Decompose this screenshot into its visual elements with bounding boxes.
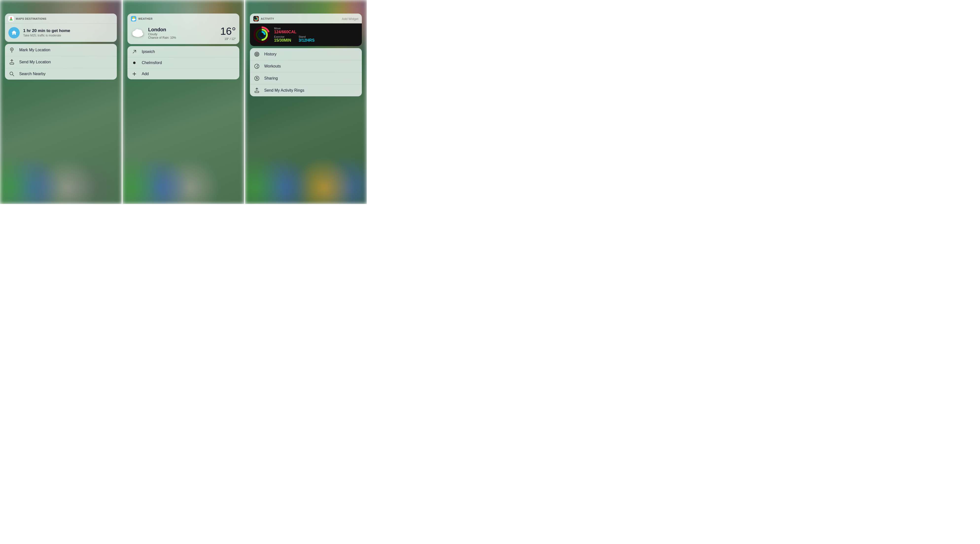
search-nearby-row[interactable]: Search Nearby (5, 68, 117, 79)
chelmsford-row[interactable]: Chelmsford (127, 57, 239, 68)
send-location-label: Send My Location (19, 60, 51, 64)
weather-locations-card: Ipswich Chelmsford (127, 46, 239, 79)
maps-dest-subtitle: Take M25; traffic is moderate (23, 34, 70, 37)
svg-point-36 (255, 52, 259, 56)
right-divider (244, 0, 245, 204)
dot-icon (131, 61, 137, 65)
svg-point-14 (133, 19, 135, 21)
maps-actions-card: Mark My Location Send My Location (5, 44, 117, 79)
svg-point-37 (256, 53, 258, 56)
runner-icon (254, 63, 260, 69)
send-location-row[interactable]: Send My Location (5, 56, 117, 68)
weather-city-name: London (148, 27, 176, 33)
weather-main-display: London Cloudy Chance of Rain: 10% 16° 19… (127, 24, 239, 44)
weather-temp-section: 16° 19° / 12° (220, 25, 236, 41)
svg-line-10 (13, 75, 14, 76)
weather-app-icon (131, 16, 136, 21)
workouts-label: Workouts (264, 64, 281, 68)
maps-destination-row: 1 hr 20 min to get home Take M25; traffi… (5, 24, 117, 42)
activity-actions-list: History (250, 48, 362, 96)
activity-header-title: ACTIVITY (261, 17, 274, 20)
svg-point-5 (11, 49, 12, 50)
mark-location-label: Mark My Location (19, 48, 50, 52)
svg-point-20 (133, 62, 135, 64)
weather-high-low: 19° / 12° (220, 37, 236, 41)
weather-temperature: 16° (220, 25, 236, 37)
move-stat-row: Move 124/660CAL (274, 27, 358, 34)
sharing-icon: S (254, 76, 260, 81)
svg-point-40 (257, 65, 258, 66)
weather-left-section: London Cloudy Chance of Rain: 10% (131, 27, 176, 40)
maps-app-icon (8, 16, 14, 21)
activity-numbers-section: Move 124/660CAL Exercise 15/30MIN Stand … (274, 27, 358, 43)
stand-stat: Stand 3/12HRS (299, 35, 315, 43)
activity-header-left: ACTIVITY (253, 16, 274, 21)
weather-widget-header: WEATHER (127, 14, 239, 24)
ipswich-row[interactable]: Ipswich (127, 46, 239, 57)
svg-point-38 (256, 54, 257, 55)
send-activity-icon (254, 88, 260, 93)
exercise-stand-row: Exercise 15/30MIN Stand 3/12HRS (274, 35, 358, 43)
maps-dest-text: 1 hr 20 min to get home Take M25; traffi… (23, 29, 70, 37)
home-icon-circle (8, 27, 20, 38)
activity-widget-card: ACTIVITY Add Widget (250, 14, 362, 46)
move-stat-value: 124/660CAL (274, 30, 358, 34)
activity-stats-panel: Move 124/660CAL Exercise 15/30MIN Stand … (250, 24, 362, 46)
add-widget-button[interactable]: Add Widget (342, 17, 358, 21)
maps-widget-header: MAPS DESTINATIONS (5, 14, 117, 24)
maps-header-title: MAPS DESTINATIONS (16, 17, 46, 20)
svg-line-19 (133, 50, 136, 53)
send-activity-label: Send My Activity Rings (264, 88, 304, 93)
add-location-row[interactable]: Add (127, 68, 239, 79)
weather-locations-list: Ipswich Chelmsford (127, 46, 239, 79)
activity-rings-chart (253, 26, 270, 43)
sharing-row[interactable]: S Sharing (250, 72, 362, 84)
ipswich-label: Ipswich (142, 49, 155, 54)
move-stat-label: Move (274, 27, 358, 30)
weather-rain-chance: Chance of Rain: 10% (148, 36, 176, 40)
weather-condition: Cloudy (148, 33, 176, 36)
stand-stat-value: 3/12HRS (299, 38, 315, 43)
maps-widget-card: MAPS DESTINATIONS 1 hr 20 min to get hom… (5, 14, 117, 42)
svg-point-3 (10, 17, 12, 19)
left-divider (122, 0, 123, 204)
history-label: History (264, 52, 277, 56)
exercise-stat-value: 15/30MIN (274, 38, 291, 43)
chelmsford-label: Chelmsford (142, 60, 162, 65)
weather-widget-card: WEATHER London (127, 14, 239, 44)
pin-icon (9, 47, 15, 53)
add-label: Add (142, 72, 149, 76)
activity-widget-header: ACTIVITY Add Widget (250, 14, 362, 24)
history-icon (254, 51, 260, 57)
svg-rect-7 (10, 63, 14, 64)
plus-icon (131, 72, 137, 76)
activity-app-icon (253, 16, 259, 21)
search-icon (9, 71, 15, 76)
send-activity-row[interactable]: Send My Activity Rings (250, 84, 362, 96)
svg-text:S: S (256, 77, 258, 80)
svg-rect-23 (253, 16, 259, 21)
svg-rect-43 (255, 91, 259, 93)
exercise-stat: Exercise 15/30MIN (274, 35, 291, 43)
exercise-stat-label: Exercise (274, 35, 291, 38)
weather-city-info: London Cloudy Chance of Rain: 10% (148, 27, 176, 40)
workouts-row[interactable]: Workouts (250, 60, 362, 72)
cloud-icon (131, 27, 145, 40)
maps-actions-list: Mark My Location Send My Location (5, 44, 117, 79)
sharing-label: Sharing (264, 76, 278, 81)
mark-location-row[interactable]: Mark My Location (5, 44, 117, 56)
weather-header-title: WEATHER (138, 17, 153, 20)
svg-point-18 (135, 29, 140, 34)
svg-point-9 (10, 72, 13, 75)
stand-stat-label: Stand (299, 35, 315, 38)
arrow-icon (131, 49, 137, 54)
maps-dest-title: 1 hr 20 min to get home (23, 29, 70, 33)
history-row[interactable]: History (250, 48, 362, 60)
activity-actions-card: History (250, 48, 362, 96)
upload-icon (9, 59, 15, 65)
search-nearby-label: Search Nearby (19, 72, 46, 76)
